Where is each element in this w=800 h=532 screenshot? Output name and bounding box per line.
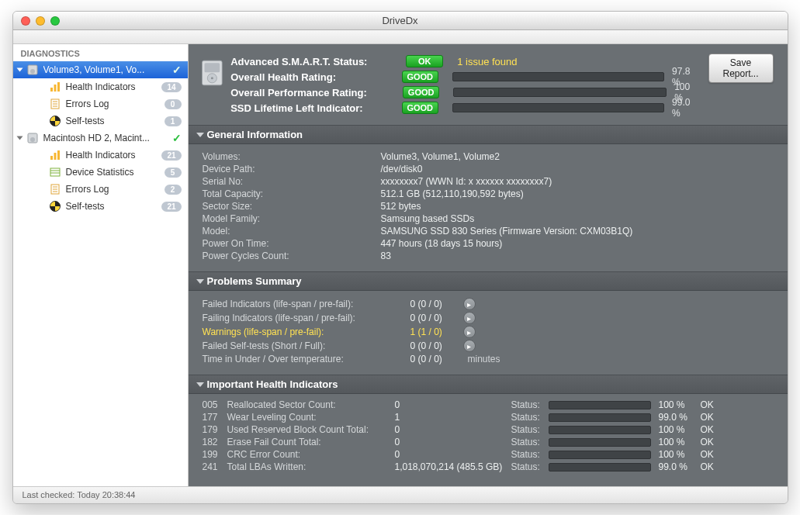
percent-label: 99.0 % xyxy=(659,412,701,423)
svg-rect-15 xyxy=(50,168,60,176)
smart-label: Overall Performance Rating: xyxy=(230,87,403,98)
indicator-name: Reallocated Sector Count: xyxy=(227,399,395,410)
count-badge: 1 xyxy=(165,116,182,126)
indicator-name: Total LBAs Written: xyxy=(227,461,395,472)
sidebar-item[interactable]: Device Statistics5 xyxy=(13,164,188,181)
count-badge: 5 xyxy=(165,168,182,178)
sidebar-item-label: Self-tests xyxy=(66,116,160,126)
info-key: Total Capacity: xyxy=(203,188,381,199)
info-row: Serial No:xxxxxxxx7 (WWN Id: x xxxxxx xx… xyxy=(203,175,774,188)
checkmark-icon: ✓ xyxy=(172,64,182,76)
section-problems-header[interactable]: Problems Summary xyxy=(189,271,788,291)
window-title: DriveDx xyxy=(13,15,788,26)
indicator-id: 177 xyxy=(203,412,227,423)
info-value: 447 hours (18 days 15 hours) xyxy=(381,238,503,249)
status-pill: OK xyxy=(406,55,443,67)
sidebar-header: DIAGNOSTICS xyxy=(13,44,188,61)
log-icon xyxy=(49,183,61,195)
general-info: Volumes:Volume3, Volume1, Volume2Device … xyxy=(189,144,788,271)
sidebar-item-label: Device Statistics xyxy=(66,167,160,178)
info-row: Device Path:/dev/disk0 xyxy=(203,163,774,175)
info-value: 512.1 GB (512,110,190,592 bytes) xyxy=(381,188,524,199)
status-label: Status: xyxy=(511,461,549,472)
problem-key: Failing Indicators (life-span / pre-fail… xyxy=(203,313,410,323)
health-icon xyxy=(49,81,61,93)
indicator-name: Wear Leveling Count: xyxy=(227,412,395,423)
svg-rect-13 xyxy=(54,153,56,160)
indicator-name: Used Reserved Block Count Total: xyxy=(227,424,395,435)
percent-label: 100 % xyxy=(659,399,701,410)
sidebar: DIAGNOSTICS Volume3, Volume1, Vo...✓Heal… xyxy=(13,44,189,486)
svg-rect-4 xyxy=(57,82,60,92)
status-label: Status: xyxy=(511,449,549,460)
detail-button[interactable]: ▸ xyxy=(463,340,476,352)
ok-label: OK xyxy=(701,424,714,435)
svg-rect-24 xyxy=(204,63,220,72)
sidebar-item[interactable]: Health Indicators21 xyxy=(13,147,188,164)
status-label: Status: xyxy=(511,437,549,447)
indicator-value: 0 xyxy=(395,399,511,410)
drive-icon xyxy=(201,55,223,91)
section-title: Important Health Indicators xyxy=(207,378,338,390)
smart-row: Advanced S.M.A.R.T. Status:OK1 issue fou… xyxy=(230,54,700,69)
detail-button[interactable]: ▸ xyxy=(463,312,476,324)
titlebar[interactable]: DriveDx xyxy=(13,12,788,30)
sidebar-item[interactable]: Errors Log2 xyxy=(13,181,188,198)
sidebar-item[interactable]: Self-tests21 xyxy=(13,198,188,215)
sidebar-item-label: Errors Log xyxy=(66,184,160,195)
info-row: Power Cycles Count:83 xyxy=(203,250,774,262)
info-value: /dev/disk0 xyxy=(381,164,423,174)
info-value: 83 xyxy=(381,250,391,261)
checkmark-icon: ✓ xyxy=(172,132,182,144)
sidebar-drive[interactable]: Volume3, Volume1, Vo...✓ xyxy=(13,61,188,78)
detail-button[interactable]: ▸ xyxy=(463,326,476,338)
info-key: Device Path: xyxy=(203,164,381,174)
problem-key: Failed Self-tests (Short / Full): xyxy=(203,340,410,351)
zoom-icon[interactable] xyxy=(50,16,60,26)
sidebar-item[interactable]: Errors Log0 xyxy=(13,95,188,112)
indicator-row: 182Erase Fail Count Total:0Status:100 %O… xyxy=(203,436,774,448)
smart-row: Overall Health Rating:GOOD97.8 % xyxy=(230,69,700,85)
smart-summary: Advanced S.M.A.R.T. Status:OK1 issue fou… xyxy=(189,44,788,125)
percent-label: 99.0 % xyxy=(672,97,700,119)
info-key: Model Family: xyxy=(203,213,381,224)
close-icon[interactable] xyxy=(21,16,30,26)
section-indicators-header[interactable]: Important Health Indicators xyxy=(189,375,788,394)
count-badge: 14 xyxy=(161,82,181,92)
content-pane[interactable]: Advanced S.M.A.R.T. Status:OK1 issue fou… xyxy=(189,44,788,486)
info-key: Power Cycles Count: xyxy=(203,250,381,261)
save-report-button[interactable]: Save Report... xyxy=(708,54,774,83)
info-row: Model:SAMSUNG SSD 830 Series (Firmware V… xyxy=(203,225,774,237)
smart-label: SSD Lifetime Left Indicator: xyxy=(230,102,402,114)
info-row: Model Family:Samsung based SSDs xyxy=(203,212,774,225)
problem-value: 0 (0 / 0) xyxy=(410,354,463,364)
status-text: Last checked: Today 20:38:44 xyxy=(23,490,136,499)
health-indicators: 005Reallocated Sector Count:0Status:100 … xyxy=(189,394,788,482)
section-general-header[interactable]: General Information xyxy=(189,125,788,144)
indicator-row: 177Wear Leveling Count:1Status:99.0 %OK xyxy=(203,411,774,423)
svg-rect-14 xyxy=(57,150,60,160)
problems-summary: Failed Indicators (life-span / pre-fail)… xyxy=(189,291,788,375)
section-title: General Information xyxy=(207,129,303,140)
info-row: Sector Size:512 bytes xyxy=(203,200,774,212)
minimize-icon[interactable] xyxy=(36,16,45,26)
progress-bar xyxy=(452,72,664,81)
indicator-name: Erase Fail Count Total: xyxy=(227,437,395,447)
section-title: Problems Summary xyxy=(207,275,302,287)
toolbar xyxy=(13,30,788,44)
sidebar-item[interactable]: Self-tests1 xyxy=(13,112,188,130)
status-pill: GOOD xyxy=(403,86,439,98)
sidebar-item[interactable]: Health Indicators14 xyxy=(13,78,188,95)
info-row: Total Capacity:512.1 GB (512,110,190,592… xyxy=(203,188,774,200)
problem-row: Failed Self-tests (Short / Full):0 (0 / … xyxy=(203,339,774,353)
detail-button[interactable]: ▸ xyxy=(463,298,476,310)
status-pill: GOOD xyxy=(402,102,438,114)
self-icon xyxy=(49,200,61,212)
sidebar-drive[interactable]: Macintosh HD 2, Macint...✓ xyxy=(13,130,188,147)
info-key: Model: xyxy=(203,226,381,237)
indicator-value: 0 xyxy=(395,449,511,460)
percent-label: 100 % xyxy=(659,449,701,460)
health-icon xyxy=(49,149,61,161)
svg-rect-2 xyxy=(50,88,53,92)
svg-point-11 xyxy=(30,137,35,142)
